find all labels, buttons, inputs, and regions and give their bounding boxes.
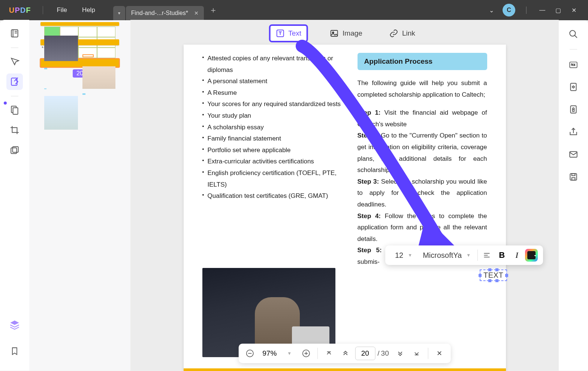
list-item: A scholarship essay — [202, 122, 341, 133]
redact-tool[interactable] — [6, 142, 23, 159]
separator — [570, 49, 577, 49]
page-total: 30 — [381, 349, 391, 358]
resize-handle[interactable] — [488, 268, 491, 271]
thumbnail-20[interactable]: 20 — [37, 59, 123, 78]
separator — [317, 348, 317, 359]
window-maximize[interactable]: ▢ — [551, 3, 565, 17]
list-item: Extra-curricular activities certificatio… — [202, 156, 341, 168]
svg-point-11 — [570, 30, 575, 36]
menu-file[interactable]: File — [57, 6, 67, 14]
zoom-level[interactable]: 97% — [259, 349, 280, 358]
chevron-down-icon[interactable]: ⌄ — [485, 3, 498, 17]
search-icon[interactable] — [566, 27, 581, 42]
list-item: Family financial statement — [202, 133, 341, 145]
edit-tool[interactable] — [6, 73, 23, 90]
window-minimize[interactable]: — — [536, 3, 549, 17]
zoom-in-button[interactable] — [298, 346, 313, 361]
bold-button[interactable]: B — [495, 248, 509, 262]
resize-handle[interactable] — [488, 279, 491, 282]
dropdown-icon: ▼ — [466, 253, 471, 258]
pdf-page[interactable]: Attested copies of any relevant transcri… — [184, 45, 506, 371]
svg-rect-13 — [570, 83, 576, 91]
divider — [43, 6, 43, 14]
text-color-button[interactable] — [525, 249, 538, 262]
close-nav-button[interactable]: ✕ — [432, 346, 447, 361]
edit-toolbar: Text Image Link — [269, 24, 420, 42]
thumbnail-panel: 18 6. California Institute of Technology… — [29, 20, 130, 371]
step-text: Step 4: Follow the steps to complete the… — [358, 211, 487, 245]
new-tab-button[interactable]: ＋ — [209, 4, 217, 16]
window-close[interactable]: ✕ — [567, 3, 581, 17]
dropdown-icon: ▼ — [408, 253, 412, 258]
last-page-button[interactable] — [409, 346, 424, 361]
separator — [11, 48, 18, 48]
resize-handle[interactable] — [479, 274, 482, 277]
menu-help[interactable]: Help — [82, 6, 95, 14]
organize-tool[interactable] — [6, 102, 23, 118]
user-avatar[interactable]: C — [503, 4, 515, 16]
reader-tool[interactable] — [6, 25, 23, 42]
add-text-button[interactable]: Text — [269, 24, 308, 42]
menubar: File Help — [46, 6, 105, 14]
text-edit-box[interactable]: TEXT — [480, 269, 507, 281]
app-logo: UPDF — [0, 6, 40, 15]
thumbnail-18[interactable]: 18 — [37, 22, 123, 35]
prev-page-button[interactable] — [338, 346, 353, 361]
button-label: Image — [343, 29, 362, 37]
resize-handle[interactable] — [495, 268, 498, 271]
text-content[interactable]: TEXT — [483, 271, 503, 279]
list-item: A personal statement — [202, 76, 341, 87]
close-tab-icon[interactable]: ✕ — [194, 10, 199, 16]
button-label: Text — [288, 29, 301, 37]
font-family-select[interactable]: MicrosoftYa ▼ — [418, 249, 475, 262]
protect-icon[interactable] — [566, 102, 581, 117]
button-label: Link — [402, 29, 415, 37]
align-left-button[interactable] — [480, 248, 494, 262]
svg-rect-12 — [570, 62, 577, 68]
svg-rect-19 — [572, 174, 575, 175]
layers-tool[interactable] — [6, 317, 23, 333]
tab-list-dropdown[interactable]: ▾ — [113, 6, 125, 20]
share-icon[interactable] — [566, 124, 581, 139]
add-link-button[interactable]: Link — [384, 26, 420, 41]
list-item: Attested copies of any relevant transcri… — [202, 53, 341, 76]
list-item: A Resume — [202, 87, 341, 99]
list-item: Portfolio set where applicable — [202, 145, 341, 156]
zoom-dropdown[interactable]: ▼ — [282, 346, 297, 361]
svg-rect-3 — [13, 108, 18, 114]
svg-rect-15 — [573, 109, 574, 111]
divider: │ — [520, 3, 533, 17]
zoom-out-button[interactable] — [242, 346, 257, 361]
bookmark-tool[interactable] — [6, 343, 23, 359]
document-tab[interactable]: Find-and-...r-Studies* ✕ — [126, 6, 204, 20]
list-item: Qualification test certificates (GRE, GM… — [202, 190, 341, 202]
indicator-dot — [4, 102, 7, 105]
separator — [428, 348, 428, 359]
svg-rect-17 — [570, 174, 576, 180]
font-family-value: MicrosoftYa — [423, 251, 462, 260]
separator — [11, 96, 18, 96]
resize-handle[interactable] — [495, 279, 498, 282]
convert-icon[interactable] — [566, 79, 581, 94]
document-viewport[interactable]: Text Image Link Attested copies of any r… — [130, 20, 559, 371]
comment-tool[interactable] — [6, 53, 23, 70]
crop-tool[interactable] — [6, 122, 23, 138]
resize-handle[interactable] — [505, 274, 508, 277]
email-icon[interactable] — [566, 147, 581, 162]
separator — [477, 250, 478, 261]
list-item: English proficiency certification (TOEFL… — [202, 168, 341, 190]
save-icon[interactable] — [566, 169, 581, 184]
add-image-button[interactable]: Image — [325, 26, 368, 41]
font-size-select[interactable]: 12 ▼ — [391, 249, 417, 262]
page-navigation: 97% ▼ 20 / 30 ✕ — [238, 344, 450, 363]
section-header: Application Process — [358, 53, 487, 70]
italic-button[interactable]: I — [510, 248, 524, 262]
text-format-toolbar: 12 ▼ MicrosoftYa ▼ B I — [385, 245, 543, 265]
first-page-button[interactable] — [321, 346, 336, 361]
ocr-icon[interactable] — [566, 57, 581, 72]
requirements-list: Attested copies of any relevant transcri… — [202, 53, 341, 202]
next-page-button[interactable] — [393, 346, 408, 361]
tabs: ▾ Find-and-...r-Studies* ✕ ＋ — [113, 0, 217, 20]
page-input[interactable]: 20 — [355, 347, 375, 360]
font-size-value: 12 — [395, 251, 403, 260]
